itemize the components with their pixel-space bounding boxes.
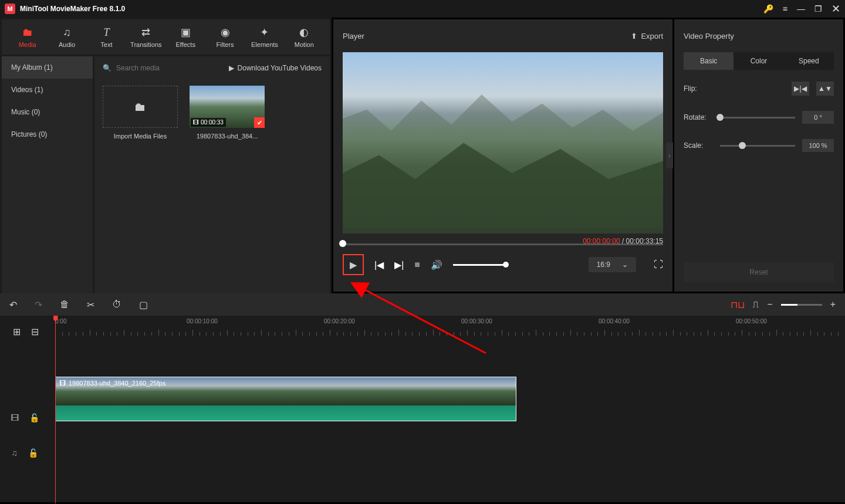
prop-tab-speed[interactable]: Speed [784, 52, 834, 70]
transitions-icon: ⇄ [141, 26, 150, 39]
timeline-clip[interactable]: 🎞19807833-uhd_3840_2160_25fps [55, 377, 516, 421]
playhead[interactable] [55, 316, 56, 503]
folder-icon: 🖿 [134, 100, 146, 114]
prev-frame-button[interactable]: |◀ [374, 259, 384, 270]
video-property-title: Video Property [674, 19, 843, 52]
tab-filters[interactable]: ◉Filters [205, 21, 245, 53]
left-panel: 🖿Media ♫Audio TText ⇄Transitions ▣Effect… [0, 18, 332, 293]
scale-value[interactable]: 100 % [802, 139, 834, 152]
tab-audio[interactable]: ♫Audio [47, 21, 86, 53]
prop-tab-basic[interactable]: Basic [684, 52, 734, 70]
chevron-down-icon: ⌄ [622, 261, 628, 269]
time-current: 00:00:00:00 [583, 237, 620, 245]
audio-track-icon[interactable]: ♫ [11, 448, 18, 458]
youtube-icon: ▶ [229, 64, 234, 72]
tab-transitions[interactable]: ⇄Transitions [126, 21, 165, 53]
collapse-right-handle[interactable]: › [666, 143, 673, 168]
tab-effects[interactable]: ▣Effects [166, 21, 205, 53]
add-track-button[interactable]: ⊞ [13, 326, 21, 337]
search-input[interactable] [116, 64, 198, 72]
scale-label: Scale: [684, 141, 713, 150]
timeline: ↶ ↷ 🗑 ✂ ⏱ ▢ ⊓⊔ ⎍ − + ⊞ ⊟ 0:00 00:00:10:0… [0, 293, 845, 502]
next-frame-button[interactable]: ▶| [394, 259, 404, 270]
reset-button[interactable]: Reset [684, 262, 834, 282]
motion-icon: ◐ [299, 26, 309, 39]
cut-button[interactable]: ✂ [87, 299, 94, 310]
filters-icon: ◉ [221, 26, 230, 39]
marker-button[interactable]: ⎍ [753, 299, 759, 310]
prop-tab-color[interactable]: Color [734, 52, 783, 70]
volume-slider[interactable] [453, 264, 506, 266]
flip-vertical-button[interactable]: ▲▼ [816, 82, 834, 96]
speed-button[interactable]: ⏱ [112, 299, 121, 310]
sidebar-item-myalbum[interactable]: My Album (1) [2, 56, 93, 79]
export-button[interactable]: ⬆ Export [631, 32, 663, 40]
check-icon: ✔ [254, 117, 265, 128]
player-title: Player [343, 32, 364, 40]
app-title: MiniTool MovieMaker Free 8.1.0 [20, 5, 125, 13]
tab-media[interactable]: 🖿Media [8, 21, 47, 53]
stop-button[interactable]: ■ [414, 259, 420, 270]
folder-icon: 🖿 [22, 26, 33, 39]
tab-text[interactable]: TText [87, 21, 126, 53]
tab-elements[interactable]: ✦Elements [245, 21, 284, 53]
key-icon[interactable]: 🔑 [763, 4, 773, 13]
music-note-icon: ♫ [63, 26, 71, 39]
download-youtube-link[interactable]: ▶ Download YouTube Videos [229, 64, 322, 72]
effects-icon: ▣ [181, 26, 191, 39]
minimize-icon[interactable]: — [797, 4, 805, 13]
media-clip-tile[interactable]: 🎞00:00:33 ✔ 19807833-uhd_384... [190, 86, 265, 140]
player-panel: Player ⬆ Export 00:00:00:00 / 00:00:33:1… [333, 19, 672, 292]
video-property-panel: Video Property Basic Color Speed Flip: ▶… [674, 19, 843, 292]
text-icon: T [103, 26, 109, 39]
rotate-value[interactable]: 0 ° [802, 111, 834, 124]
snap-button[interactable]: ⊓⊔ [731, 299, 745, 310]
zoom-in-button[interactable]: + [830, 299, 836, 310]
film-icon: 🎞 [59, 380, 66, 387]
lock-icon[interactable]: 🔓 [28, 448, 38, 458]
delete-button[interactable]: 🗑 [60, 299, 69, 310]
flip-horizontal-button[interactable]: ▶|◀ [792, 82, 809, 96]
media-content: 🔍 ▶ Download YouTube Videos 🖿 Import Med… [94, 56, 330, 293]
player-progress[interactable]: 00:00:00:00 / 00:00:33:15 [343, 239, 663, 248]
video-track-icon[interactable]: 🎞 [11, 413, 19, 422]
main-tabs: 🖿Media ♫Audio TText ⇄Transitions ▣Effect… [2, 19, 330, 55]
menu-icon[interactable]: ≡ [783, 4, 787, 13]
redo-button[interactable]: ↷ [35, 299, 42, 310]
lock-icon[interactable]: 🔓 [29, 413, 39, 422]
close-icon[interactable]: ✕ [832, 2, 840, 15]
film-icon: 🎞 [193, 119, 199, 126]
collapse-tracks-button[interactable]: ⊟ [31, 326, 39, 337]
export-icon: ⬆ [631, 32, 637, 40]
time-total: / 00:00:33:15 [622, 237, 663, 245]
zoom-slider[interactable] [781, 304, 822, 306]
app-icon: M [5, 4, 15, 14]
rotate-slider[interactable] [720, 117, 795, 119]
maximize-icon[interactable]: ❐ [814, 4, 822, 13]
fullscreen-button[interactable]: ⛶ [654, 259, 663, 270]
tab-motion[interactable]: ◐Motion [285, 21, 324, 53]
flip-label: Flip: [684, 84, 713, 93]
crop-button[interactable]: ▢ [139, 299, 148, 310]
elements-icon: ✦ [260, 26, 269, 39]
sidebar-item-videos[interactable]: Videos (1) [2, 79, 93, 101]
sidebar-item-pictures[interactable]: Pictures (0) [2, 123, 93, 146]
import-media-tile[interactable]: 🖿 Import Media Files [103, 86, 178, 140]
volume-icon[interactable]: 🔊 [431, 259, 442, 270]
undo-button[interactable]: ↶ [9, 299, 17, 310]
search-icon: 🔍 [103, 64, 111, 72]
rotate-label: Rotate: [684, 113, 713, 121]
play-icon: ▶ [350, 259, 357, 270]
sidebar-item-music[interactable]: Music (0) [2, 101, 93, 123]
titlebar: M MiniTool MovieMaker Free 8.1.0 🔑 ≡ — ❐… [0, 0, 845, 18]
aspect-ratio-select[interactable]: 16:9 ⌄ [589, 257, 636, 272]
player-preview [343, 52, 663, 228]
play-button[interactable]: ▶ [343, 254, 364, 275]
media-sidebar: My Album (1) Videos (1) Music (0) Pictur… [2, 56, 93, 293]
scale-slider[interactable] [720, 145, 795, 147]
timeline-ruler[interactable]: 0:00 00:00:10:00 00:00:20:00 00:00:30:00… [49, 316, 845, 339]
zoom-out-button[interactable]: − [767, 299, 772, 310]
